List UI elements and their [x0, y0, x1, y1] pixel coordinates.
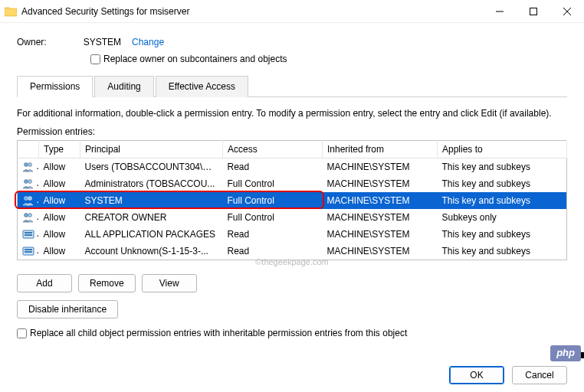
owner-label: Owner: — [17, 37, 47, 47]
svg-rect-1 — [530, 8, 537, 15]
row-icon-cell — [18, 175, 39, 192]
principal-icon — [22, 178, 34, 190]
replace-all-label: Replace all child object permission entr… — [30, 328, 407, 338]
ok-button[interactable]: OK — [449, 366, 504, 384]
principal-icon — [22, 161, 34, 173]
row-inherited-cell: MACHINE\SYSTEM — [323, 192, 438, 209]
cancel-button[interactable]: Cancel — [512, 366, 567, 384]
principal-icon — [22, 228, 34, 240]
row-inherited-cell: MACHINE\SYSTEM — [323, 226, 438, 243]
svg-point-6 — [25, 180, 28, 184]
change-owner-link[interactable]: Change — [132, 37, 164, 47]
row-icon-cell — [18, 209, 39, 226]
row-principal-cell: ALL APPLICATION PACKAGES — [80, 226, 223, 243]
row-principal-cell: Users (TOBSACCOUNT304\Us... — [80, 158, 223, 176]
table-row[interactable]: AllowAccount Unknown(S-1-15-3-...ReadMAC… — [18, 243, 567, 260]
remove-button[interactable]: Remove — [78, 274, 136, 292]
tab-permissions[interactable]: Permissions — [17, 76, 93, 97]
col-access-header[interactable]: Access — [223, 141, 323, 158]
permission-table: Type Principal Access Inherited from App… — [17, 140, 567, 260]
row-principal-cell: CREATOR OWNER — [80, 209, 223, 226]
replace-all-checkbox[interactable] — [17, 328, 27, 338]
window-title: Advanced Security Settings for msiserver — [21, 6, 483, 17]
table-row[interactable]: AllowSYSTEMFull ControlMACHINE\SYSTEMThi… — [18, 192, 567, 209]
row-inherited-cell: MACHINE\SYSTEM — [323, 175, 438, 192]
replace-owner-label: Replace owner on subcontainers and objec… — [103, 54, 287, 64]
col-icon-header[interactable] — [18, 141, 39, 158]
row-applies-cell: This key and subkeys — [438, 192, 567, 209]
row-type-cell: Allow — [39, 209, 80, 226]
row-applies-cell: This key and subkeys — [438, 158, 567, 176]
minimize-button[interactable] — [483, 0, 517, 23]
view-button[interactable]: View — [142, 274, 197, 292]
folder-icon — [5, 6, 17, 17]
row-type-cell: Allow — [39, 192, 80, 209]
row-inherited-cell: MACHINE\SYSTEM — [323, 158, 438, 176]
tabs: Permissions Auditing Effective Access — [17, 75, 567, 97]
col-principal-header[interactable]: Principal — [80, 141, 223, 158]
titlebar: Advanced Security Settings for msiserver — [0, 0, 584, 23]
row-access-cell: Read — [223, 226, 323, 243]
row-type-cell: Allow — [39, 226, 80, 243]
svg-rect-16 — [25, 249, 32, 250]
svg-point-9 — [28, 197, 32, 201]
principal-icon — [22, 245, 34, 257]
tab-auditing[interactable]: Auditing — [94, 76, 153, 97]
row-applies-cell: This key and subkeys — [438, 175, 567, 192]
row-applies-cell: Subkeys only — [438, 209, 567, 226]
row-applies-cell: This key and subkeys — [438, 226, 567, 243]
owner-value: SYSTEM — [84, 37, 121, 47]
row-principal-cell: Administrators (TOBSACCOU... — [80, 175, 223, 192]
entries-label: Permission entries: — [17, 126, 567, 137]
row-icon-cell — [18, 226, 39, 243]
row-principal-cell: Account Unknown(S-1-15-3-... — [80, 243, 223, 260]
info-text: For additional information, double-click… — [17, 108, 567, 119]
svg-rect-17 — [25, 251, 32, 253]
svg-point-11 — [28, 214, 32, 217]
add-button[interactable]: Add — [17, 274, 72, 292]
principal-icon — [22, 211, 34, 224]
svg-point-10 — [25, 214, 28, 217]
principal-icon — [22, 194, 34, 207]
row-access-cell: Read — [223, 243, 323, 260]
disable-inheritance-button[interactable]: Disable inheritance — [17, 300, 118, 318]
php-badge: php — [550, 345, 581, 361]
close-button[interactable] — [550, 0, 584, 23]
row-access-cell: Full Control — [223, 209, 323, 226]
table-row[interactable]: AllowCREATOR OWNERFull ControlMACHINE\SY… — [18, 209, 567, 226]
row-access-cell: Full Control — [223, 192, 323, 209]
replace-owner-row[interactable]: Replace owner on subcontainers and objec… — [90, 54, 567, 64]
row-applies-cell: This key and subkeys — [438, 243, 567, 260]
row-inherited-cell: MACHINE\SYSTEM — [323, 243, 438, 260]
svg-point-4 — [25, 163, 28, 167]
row-access-cell: Read — [223, 158, 323, 176]
row-inherited-cell: MACHINE\SYSTEM — [323, 209, 438, 226]
maximize-button[interactable] — [517, 0, 550, 23]
table-row[interactable]: AllowAdministrators (TOBSACCOU...Full Co… — [18, 175, 567, 192]
svg-point-7 — [28, 180, 32, 184]
row-icon-cell — [18, 243, 39, 260]
svg-rect-14 — [25, 234, 32, 236]
col-type-header[interactable]: Type — [39, 141, 80, 158]
svg-point-8 — [25, 197, 28, 201]
svg-point-5 — [28, 163, 32, 167]
row-type-cell: Allow — [39, 175, 80, 192]
row-type-cell: Allow — [39, 158, 80, 176]
col-inherited-header[interactable]: Inherited from — [323, 141, 438, 158]
row-icon-cell — [18, 192, 39, 209]
row-type-cell: Allow — [39, 243, 80, 260]
row-access-cell: Full Control — [223, 175, 323, 192]
svg-rect-13 — [25, 232, 32, 234]
replace-owner-checkbox[interactable] — [90, 54, 100, 64]
replace-all-row[interactable]: Replace all child object permission entr… — [17, 328, 567, 338]
tab-effective-access[interactable]: Effective Access — [156, 76, 248, 97]
table-row[interactable]: AllowALL APPLICATION PACKAGESReadMACHINE… — [18, 226, 567, 243]
row-principal-cell: SYSTEM — [80, 192, 223, 209]
col-applies-header[interactable]: Applies to — [438, 141, 567, 158]
row-icon-cell — [18, 158, 39, 176]
table-row[interactable]: AllowUsers (TOBSACCOUNT304\Us...ReadMACH… — [18, 158, 567, 176]
